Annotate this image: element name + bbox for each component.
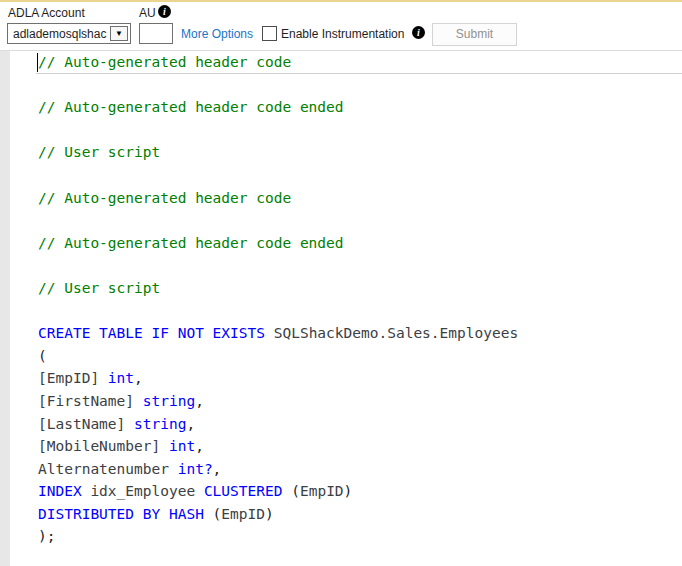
code-line: [MobileNumber] int, bbox=[38, 435, 682, 458]
code-line bbox=[38, 164, 682, 187]
code-token: CREATE TABLE IF NOT EXISTS bbox=[38, 325, 265, 341]
adla-account-combobox[interactable]: adlademosqlshac ▼ bbox=[7, 23, 131, 44]
code-token bbox=[134, 393, 143, 409]
code-token bbox=[99, 370, 108, 386]
code-token: idx_Employee bbox=[90, 483, 195, 499]
au-info-icon[interactable]: i bbox=[158, 5, 171, 18]
code-line: ( bbox=[38, 345, 682, 368]
code-token bbox=[160, 438, 169, 454]
code-token: EmpID bbox=[221, 506, 265, 522]
code-token: int bbox=[108, 370, 134, 386]
code-token: Alternatenumber bbox=[38, 461, 169, 477]
au-label: AU bbox=[139, 6, 156, 20]
submission-toolbar: ADLA Account adlademosqlshac ▼ AU i More… bbox=[0, 2, 682, 51]
code-token: [MobileNumber] bbox=[38, 438, 160, 454]
code-token: // Auto-generated header code bbox=[38, 190, 291, 206]
adla-account-dropdown-button[interactable]: ▼ bbox=[110, 26, 128, 41]
code-line: // Auto-generated header code bbox=[38, 187, 682, 210]
code-token: ) bbox=[265, 506, 274, 522]
code-token: , bbox=[186, 416, 195, 432]
code-token: , bbox=[195, 393, 204, 409]
code-token: [LastName] bbox=[38, 416, 125, 432]
code-line: Alternatenumber int?, bbox=[38, 458, 682, 481]
adla-account-value: adlademosqlshac bbox=[13, 27, 106, 41]
code-line: // User script bbox=[38, 277, 682, 300]
code-line: // Auto-generated header code bbox=[38, 51, 682, 74]
code-token: ); bbox=[38, 528, 55, 544]
adla-account-label: ADLA Account bbox=[8, 6, 85, 20]
code-line: // Auto-generated header code ended bbox=[38, 96, 682, 119]
au-input[interactable] bbox=[139, 23, 173, 44]
code-line bbox=[38, 254, 682, 277]
code-token: ( bbox=[282, 483, 299, 499]
code-line bbox=[38, 209, 682, 232]
instrumentation-info-icon[interactable]: i bbox=[412, 26, 425, 39]
more-options-link[interactable]: More Options bbox=[181, 27, 253, 41]
code-token: // Auto-generated header code bbox=[38, 54, 291, 70]
code-line: // User script bbox=[38, 141, 682, 164]
code-token: , bbox=[213, 461, 222, 477]
code-token bbox=[125, 416, 134, 432]
code-editor[interactable]: // Auto-generated header code// Auto-gen… bbox=[0, 51, 682, 566]
code-token: int bbox=[169, 438, 195, 454]
code-lines: // Auto-generated header code// Auto-gen… bbox=[38, 51, 682, 548]
code-token: INDEX bbox=[38, 483, 82, 499]
code-line: CREATE TABLE IF NOT EXISTS SQLShackDemo.… bbox=[38, 322, 682, 345]
chevron-down-icon: ▼ bbox=[115, 30, 123, 38]
code-line: [FirstName] string, bbox=[38, 390, 682, 413]
code-line bbox=[38, 119, 682, 142]
code-token: ( bbox=[38, 348, 47, 364]
code-token: DISTRIBUTED BY HASH bbox=[38, 506, 204, 522]
code-line: DISTRIBUTED BY HASH (EmpID) bbox=[38, 503, 682, 526]
code-token: SQLShackDemo.Sales.Employees bbox=[274, 325, 518, 341]
code-token: EmpID bbox=[300, 483, 344, 499]
code-line: [EmpID] int, bbox=[38, 367, 682, 390]
code-token bbox=[195, 483, 204, 499]
code-token: , bbox=[134, 370, 143, 386]
code-token: ( bbox=[204, 506, 221, 522]
code-line bbox=[38, 300, 682, 323]
code-token: // User script bbox=[38, 144, 160, 160]
code-token: int? bbox=[178, 461, 213, 477]
code-line: // Auto-generated header code ended bbox=[38, 232, 682, 255]
code-token: string bbox=[134, 416, 186, 432]
code-token: [FirstName] bbox=[38, 393, 134, 409]
code-token: ) bbox=[344, 483, 353, 499]
code-line bbox=[38, 74, 682, 97]
code-line: ); bbox=[38, 525, 682, 548]
editor-gutter bbox=[0, 51, 10, 566]
code-token: // Auto-generated header code ended bbox=[38, 99, 344, 115]
submit-button[interactable]: Submit bbox=[432, 23, 517, 46]
enable-instrumentation-label: Enable Instrumentation bbox=[281, 27, 404, 41]
code-token: string bbox=[143, 393, 195, 409]
code-token: , bbox=[195, 438, 204, 454]
code-token bbox=[169, 461, 178, 477]
code-token: [EmpID] bbox=[38, 370, 99, 386]
code-token: // Auto-generated header code ended bbox=[38, 235, 344, 251]
code-line: [LastName] string, bbox=[38, 413, 682, 436]
code-token bbox=[265, 325, 274, 341]
code-line: INDEX idx_Employee CLUSTERED (EmpID) bbox=[38, 480, 682, 503]
enable-instrumentation-checkbox[interactable] bbox=[262, 26, 277, 41]
code-token: // User script bbox=[38, 280, 160, 296]
code-token: CLUSTERED bbox=[204, 483, 283, 499]
